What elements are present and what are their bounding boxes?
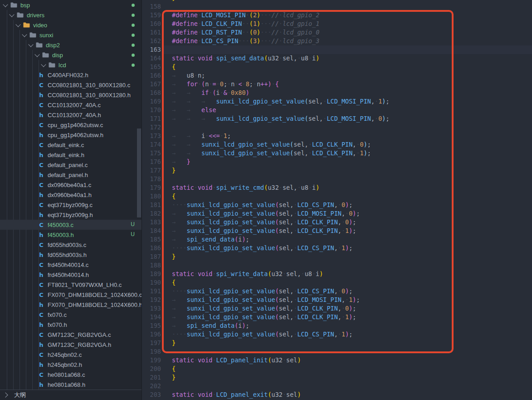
tree-file-default_eink.c[interactable]: Cdefault_eink.c <box>0 140 142 150</box>
code-line[interactable]: 186····sunxi_lcd_gpio_set_value(sel,·LCD… <box>142 244 532 252</box>
code-line[interactable]: 200{ <box>142 365 532 373</box>
outline-section-header[interactable]: 大纲 <box>0 390 142 400</box>
tree-folder-video[interactable]: video <box>0 20 142 30</box>
tree-folder-drivers[interactable]: drivers <box>0 10 142 20</box>
tree-file-GM7123C_RGB2VGA.h[interactable]: hGM7123C_RGB2VGA.h <box>0 340 142 350</box>
code-line[interactable]: 196····sunxi_lcd_gpio_set_value(sel,·LCD… <box>142 330 532 339</box>
tree-file-GM7123C_RGB2VGA.c[interactable]: CGM7123C_RGB2VGA.c <box>0 330 142 340</box>
line-number: 168 <box>142 89 172 97</box>
tree-file-C400AFH032.h[interactable]: hC400AFH032.h <box>0 70 142 80</box>
tree-file-frd450h40014.h[interactable]: hfrd450h40014.h <box>0 270 142 280</box>
tree-file-fd055hd003s.h[interactable]: hfd055hd003s.h <box>0 250 142 260</box>
code-line[interactable]: 160#define·LCD_CLK_PIN··(1)···//·lcd_gpi… <box>142 20 532 28</box>
code-line[interactable]: 180{ <box>142 192 532 201</box>
code-line[interactable]: 159#define·LCD_MOSI_PIN·(2)···//·lcd_gpi… <box>142 11 532 20</box>
tree-file-FX070_DHM18BOEL2_1024X600.c[interactable]: CFX070_DHM18BOEL2_1024X600.c <box>0 290 142 300</box>
tree-file-he0801a068.c[interactable]: Che0801a068.c <box>0 370 142 380</box>
code-line[interactable]: 179static·void·spi_write_cmd(u32·sel,·u8… <box>142 183 532 192</box>
line-number: 169 <box>142 97 172 106</box>
code-line[interactable]: 181····sunxi_lcd_gpio_set_value(sel,·LCD… <box>142 201 532 209</box>
h-file-icon: h <box>38 232 44 238</box>
code-text: ····sunxi_lcd_gpio_set_value(sel,·LCD_CS… <box>172 330 532 339</box>
code-line[interactable]: 161#define·LCD_RST_PIN··(0)···//·lcd_gpi… <box>142 28 532 37</box>
tree-folder-sunxi[interactable]: sunxi <box>0 30 142 40</box>
code-line[interactable]: 177} <box>142 166 532 175</box>
tree-file-cpu_gg1p4062utsw.h[interactable]: hcpu_gg1p4062utsw.h <box>0 130 142 140</box>
tree-file-FT8021_TV097WXM_LH0.c[interactable]: CFT8021_TV097WXM_LH0.c <box>0 280 142 290</box>
tree-folder-bsp[interactable]: bsp <box>0 0 142 10</box>
code-line[interactable]: 167→for·(n·=·0;·n·<·8;·n++)·{ <box>142 80 532 89</box>
code-line[interactable]: 158 <box>142 2 532 11</box>
folder-label: drivers <box>27 12 44 19</box>
tree-file-default_eink.h[interactable]: hdefault_eink.h <box>0 150 142 160</box>
tree-file-cpu_gg1p4062utsw.c[interactable]: Ccpu_gg1p4062utsw.c <box>0 120 142 130</box>
code-line[interactable]: 201} <box>142 373 532 382</box>
tree-folder-lcd[interactable]: lcd <box>0 60 142 70</box>
chevron-down-icon <box>41 62 46 67</box>
tree-file-FX070_DHM18BOEL2_1024X600.h[interactable]: hFX070_DHM18BOEL2_1024X600.h <box>0 300 142 310</box>
tree-file-fd055hd003s.c[interactable]: Cfd055hd003s.c <box>0 240 142 250</box>
code-line[interactable]: 169→→→sunxi_lcd_gpio_set_value(sel,·LCD_… <box>142 97 532 106</box>
code-line[interactable]: 188 <box>142 261 532 270</box>
code-line[interactable]: 171→→→sunxi_lcd_gpio_set_value(sel,·LCD_… <box>142 114 532 123</box>
tree-file-f450003.c[interactable]: Cf450003.cU <box>0 220 142 230</box>
code-line[interactable]: 174→→sunxi_lcd_gpio_set_value(sel,·LCD_C… <box>142 140 532 149</box>
code-line[interactable]: 185→spi_send_data(i); <box>142 235 532 244</box>
code-line[interactable]: 190{ <box>142 278 532 287</box>
code-line[interactable]: 178 <box>142 175 532 183</box>
code-line[interactable]: 164static·void·spi_send_data(u32·sel,·u8… <box>142 54 532 63</box>
code-line[interactable]: 170→→else <box>142 106 532 114</box>
line-number: 181 <box>142 201 172 209</box>
code-line[interactable]: 163 <box>142 45 532 54</box>
code-line[interactable]: 162#define·LCD_CS_PIN···(3)···//·lcd_gpi… <box>142 37 532 45</box>
code-line[interactable]: 182→sunxi_lcd_gpio_set_value(sel,·LCD_MO… <box>142 209 532 218</box>
code-line[interactable]: 168→→if·(i·&·0x80) <box>142 89 532 97</box>
folder-icon <box>17 12 24 18</box>
code-line[interactable]: 194→sunxi_lcd_gpio_set_value(sel,·LCD_CL… <box>142 313 532 321</box>
tree-folder-disp2[interactable]: disp2 <box>0 40 142 50</box>
tree-file-he0801a068.h[interactable]: hhe0801a068.h <box>0 380 142 390</box>
file-label: GM7123C_RGB2VGA.c <box>48 331 111 338</box>
tree-folder-disp[interactable]: disp <box>0 50 142 60</box>
code-line[interactable]: 202 <box>142 382 532 390</box>
code-line[interactable]: 195→spi_send_data(i); <box>142 321 532 330</box>
code-line[interactable]: 203static·void·LCD_panel_exit(u32·sel) <box>142 390 532 399</box>
sidebar-scrollbar-thumb[interactable] <box>137 128 141 217</box>
code-line[interactable]: 173→→i·<<=·1; <box>142 132 532 140</box>
code-line[interactable]: 175→→sunxi_lcd_gpio_set_value(sel,·LCD_C… <box>142 149 532 158</box>
code-line[interactable]: 193→sunxi_lcd_gpio_set_value(sel,·LCD_CL… <box>142 304 532 313</box>
tree-file-f450003.h[interactable]: hf450003.hU <box>0 230 142 240</box>
editor-pane[interactable]: 157}158159#define·LCD_MOSI_PIN·(2)···//·… <box>142 0 532 400</box>
code-line[interactable]: 184→sunxi_lcd_gpio_set_value(sel,·LCD_CL… <box>142 227 532 235</box>
tree-file-eqt371byz009g.h[interactable]: heqt371byz009g.h <box>0 210 142 220</box>
code-line[interactable]: 166→u8·n; <box>142 71 532 80</box>
code-line[interactable]: 192→sunxi_lcd_gpio_set_value(sel,·LCD_MO… <box>142 296 532 304</box>
tree-file-fx070.c[interactable]: Cfx070.c <box>0 310 142 320</box>
code-line[interactable]: 172 <box>142 123 532 132</box>
code-line[interactable]: 191····sunxi_lcd_gpio_set_value(sel,·LCD… <box>142 287 532 296</box>
tree-file-eqt371byz009g.c[interactable]: Ceqt371byz009g.c <box>0 200 142 210</box>
tree-file-default_panel.c[interactable]: Cdefault_panel.c <box>0 160 142 170</box>
tree-file-CC10132007_40A.c[interactable]: CCC10132007_40A.c <box>0 100 142 110</box>
tree-file-CC08021801_310_800X1280.h[interactable]: hCC08021801_310_800X1280.h <box>0 90 142 100</box>
tree-file-dx0960be40a1.h[interactable]: hdx0960be40a1.h <box>0 190 142 200</box>
h-file-icon: h <box>38 301 44 308</box>
code-line[interactable]: 187} <box>142 252 532 261</box>
code-line[interactable]: 197} <box>142 339 532 347</box>
tree-file-dx0960be40a1.c[interactable]: Cdx0960be40a1.c <box>0 180 142 190</box>
tree-file-frd450h40014.c[interactable]: Cfrd450h40014.c <box>0 260 142 270</box>
code-line[interactable]: 165{ <box>142 63 532 71</box>
tree-file-h245qbn02.h[interactable]: hh245qbn02.h <box>0 360 142 370</box>
tree-file-fx070.h[interactable]: hfx070.h <box>0 320 142 330</box>
git-modified-dot <box>132 14 135 17</box>
line-number: 159 <box>142 11 172 20</box>
tree-file-CC08021801_310_800X1280.c[interactable]: CCC08021801_310_800X1280.c <box>0 80 142 90</box>
code-line[interactable]: 183→sunxi_lcd_gpio_set_value(sel,·LCD_CL… <box>142 218 532 227</box>
tree-file-default_panel.h[interactable]: hdefault_panel.h <box>0 170 142 180</box>
tree-file-h245qbn02.c[interactable]: Ch245qbn02.c <box>0 350 142 360</box>
tree-file-CC10132007_40A.h[interactable]: hCC10132007_40A.h <box>0 110 142 120</box>
code-line[interactable]: 198 <box>142 347 532 356</box>
code-line[interactable]: 189static·void·spi_write_data(u32·sel,·u… <box>142 270 532 278</box>
code-line[interactable]: 199static·void·LCD_panel_init(u32·sel) <box>142 356 532 365</box>
code-line[interactable]: 176→} <box>142 158 532 166</box>
